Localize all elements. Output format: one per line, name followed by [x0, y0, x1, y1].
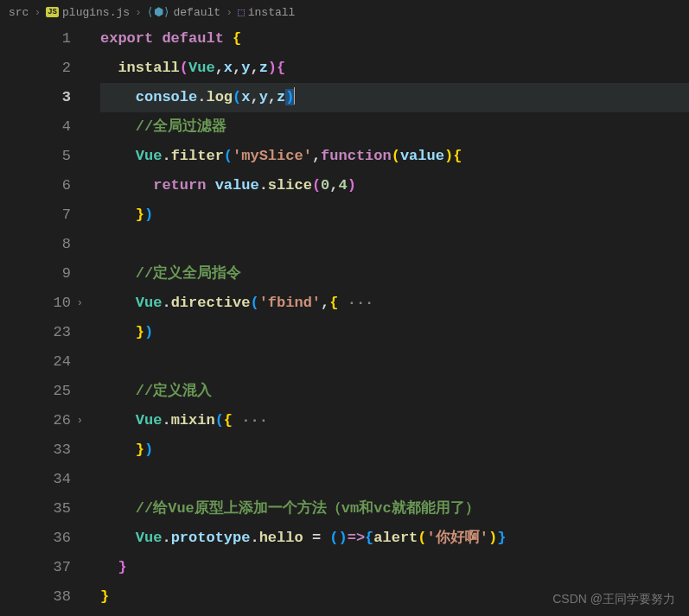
code-line[interactable]: }	[100, 553, 689, 582]
code-line[interactable]	[100, 465, 689, 494]
code-line[interactable]: Vue.filter('mySlice',function(value){	[100, 142, 689, 171]
line-number: 7	[0, 200, 71, 230]
line-number: 8	[0, 230, 71, 259]
code-line[interactable]	[100, 347, 689, 377]
token-func: alert	[373, 530, 418, 546]
token-brace-y: )	[444, 148, 453, 164]
breadcrumb-item[interactable]: ⬚ install	[238, 5, 295, 19]
token-brace-y: {	[329, 295, 338, 311]
token-punc	[100, 324, 136, 340]
token-punc	[100, 441, 136, 458]
token-punc: .	[259, 177, 268, 194]
token-comment: //定义混入	[136, 383, 212, 399]
code-line[interactable]: })	[100, 200, 689, 230]
line-number: 1	[0, 24, 71, 54]
cube-icon: ⬚	[238, 5, 245, 19]
token-func: hello	[259, 530, 303, 546]
line-number: 3	[0, 83, 71, 112]
code-line[interactable]: //全局过滤器	[100, 112, 689, 142]
line-number: 26›	[0, 406, 71, 435]
token-brace-y: }	[100, 588, 109, 605]
code-line[interactable]: })	[100, 318, 689, 347]
code-line[interactable]: //定义混入	[100, 377, 689, 406]
token-punc	[303, 530, 312, 546]
fold-chevron-icon[interactable]: ›	[77, 406, 83, 435]
code-area[interactable]: export default { install(Vue,x,y,z){ con…	[78, 24, 689, 616]
token-brace-y: {	[453, 148, 462, 164]
code-line[interactable]: export default {	[100, 24, 689, 54]
token-keyword: export	[100, 30, 153, 47]
token-str: 'mySlice'	[233, 148, 312, 164]
token-punc: .	[162, 148, 170, 164]
token-var: prototype	[171, 530, 251, 546]
breadcrumb-item[interactable]: src	[9, 6, 29, 19]
code-line[interactable]: Vue.mixin({ ···	[100, 406, 689, 435]
token-punc: ,	[268, 89, 277, 105]
module-icon: ⟨⬢⟩	[147, 5, 170, 19]
chevron-right-icon: ›	[135, 6, 142, 19]
token-punc: =	[312, 530, 321, 546]
token-keyword: function	[321, 148, 392, 164]
token-punc	[100, 559, 118, 575]
selection: )	[285, 89, 294, 105]
line-number: 24	[0, 347, 71, 377]
token-brace-p: }	[118, 559, 126, 575]
code-line[interactable]: return value.slice(0,4)	[100, 171, 689, 200]
token-str: 'fbind'	[259, 295, 321, 311]
breadcrumb-item[interactable]: ⟨⬢⟩ default	[147, 5, 220, 19]
line-number: 5	[0, 142, 71, 171]
token-func: mixin	[171, 412, 215, 429]
token-brace-y: (	[418, 530, 426, 546]
token-punc: ,	[321, 295, 329, 311]
code-line[interactable]: Vue.directive('fbind',{ ···	[100, 289, 689, 318]
token-var: value	[400, 148, 444, 164]
token-punc	[206, 177, 214, 194]
line-number: 37	[0, 553, 71, 582]
token-brace-b: )	[144, 206, 153, 223]
line-number: 35	[0, 494, 71, 524]
token-punc	[321, 530, 329, 546]
line-number: 34	[0, 465, 71, 494]
token-var: console	[136, 89, 197, 105]
token-punc: .	[162, 530, 170, 546]
breadcrumb: src › JS plugins.js › ⟨⬢⟩ default › ⬚ in…	[0, 0, 689, 24]
chevron-right-icon: ›	[226, 6, 233, 19]
token-brace-b: )	[338, 530, 347, 546]
token-keyword: return	[153, 177, 206, 194]
line-gutter: 12345678910›23242526›333435363738	[0, 24, 78, 616]
token-punc	[153, 30, 162, 47]
token-obj: Vue	[188, 60, 215, 76]
token-brace-y: (	[392, 148, 400, 164]
code-line[interactable]: })	[100, 435, 689, 465]
token-obj: Vue	[136, 148, 163, 164]
token-punc	[100, 500, 136, 517]
token-brace-b: )	[144, 441, 153, 458]
token-brace-y: )	[488, 530, 497, 546]
watermark: CSDN @王同学要努力	[552, 592, 675, 607]
token-comment: //全局过滤器	[136, 118, 226, 135]
token-brace-y: {	[224, 412, 233, 429]
token-brace-p: )	[348, 177, 356, 194]
code-line[interactable]	[100, 230, 689, 259]
code-line[interactable]: install(Vue,x,y,z){	[100, 54, 689, 83]
token-brace-p: (	[312, 177, 321, 194]
token-punc	[100, 265, 136, 282]
token-var: y	[241, 60, 250, 76]
code-line[interactable]: //定义全局指令	[100, 259, 689, 289]
token-brace-p: )	[268, 60, 277, 76]
token-punc	[100, 89, 136, 105]
code-editor[interactable]: 12345678910›23242526›333435363738 export…	[0, 24, 689, 616]
token-var: z	[277, 89, 285, 105]
token-punc: .	[250, 530, 258, 546]
token-var: value	[215, 177, 259, 194]
breadcrumb-item[interactable]: JS plugins.js	[46, 6, 130, 19]
token-punc: ,	[329, 177, 338, 194]
token-brace-b: )	[144, 324, 153, 340]
code-line[interactable]: //给Vue原型上添加一个方法（vm和vc就都能用了）	[100, 494, 689, 524]
token-var: x	[224, 60, 233, 76]
code-line[interactable]: console.log(x,y,z)	[100, 83, 689, 112]
token-comment: //给Vue原型上添加一个方法（vm和vc就都能用了）	[136, 500, 480, 517]
fold-chevron-icon[interactable]: ›	[77, 289, 83, 318]
code-line[interactable]: Vue.prototype.hello = ()=>{alert('你好啊')}	[100, 524, 689, 553]
token-brace-y: }	[136, 324, 144, 340]
